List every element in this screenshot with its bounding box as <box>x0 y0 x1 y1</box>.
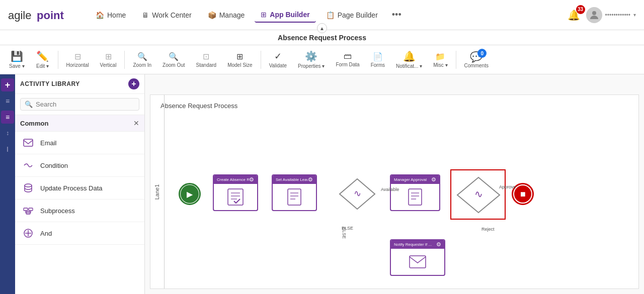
comments-badge: 0 <box>477 49 487 58</box>
activity-email[interactable]: Email <box>15 132 144 154</box>
activity-email-label: Email <box>40 139 57 147</box>
task-create-absence[interactable]: Create Absence Reque... ⚙ <box>213 174 258 211</box>
clipboard-icon: 📋 <box>326 11 335 19</box>
activity-condition-label: Condition <box>40 162 68 169</box>
vertical-button[interactable]: ⊞ Vertical <box>95 47 122 72</box>
notifications-button[interactable]: 🔔 Notificat... ▾ <box>391 47 427 72</box>
svg-rect-31 <box>409 189 422 205</box>
search-icon: 🔍 <box>25 101 33 108</box>
collapse-nav-button[interactable]: ▲ <box>317 23 327 33</box>
activity-condition[interactable]: Condition <box>15 154 144 177</box>
diagram-wrapper: Absence Request Process Lane1 <box>150 94 639 289</box>
sidebar: + ≡ ≡ ↕ I ACTIVITY LIBRARY + 🔍 Common ✕ <box>0 74 145 294</box>
lane-label: Lane1 <box>150 95 165 288</box>
properties-button[interactable]: ⚙️ Properties ▾ <box>293 47 330 72</box>
svg-point-4 <box>25 184 32 187</box>
forms-button[interactable]: 📄 Forms <box>366 47 390 72</box>
nav-app-builder[interactable]: ⊞ App Builder <box>255 8 315 23</box>
logo: agile point <box>8 6 73 24</box>
activity-subprocess[interactable]: Subprocess <box>15 200 144 222</box>
svg-text:point: point <box>37 9 64 22</box>
nav-work-center-label: Work Center <box>152 11 191 19</box>
form-data-icon: 🗃 <box>344 52 352 61</box>
nav-app-builder-label: App Builder <box>270 11 309 19</box>
arrow-label-approve: Approve <box>499 184 516 189</box>
sidebar-icon-add[interactable]: + <box>1 78 14 91</box>
condition-diamond-2-selection[interactable]: ∿ <box>450 169 506 220</box>
nav-more-icon[interactable]: ••• <box>388 8 406 22</box>
task-notify-requester[interactable]: Notify Requester If ... ⚙ <box>390 239 445 276</box>
nav-manage[interactable]: 📦 Manage <box>202 8 251 22</box>
nav-home-label: Home <box>107 11 126 19</box>
nav-work-center[interactable]: 🖥 Work Center <box>136 8 197 22</box>
edit-button[interactable]: ✏️ Edit ▾ <box>31 47 55 72</box>
user-name: •••••••••••• <box>605 12 630 19</box>
validate-button[interactable]: ✓ Validate <box>264 47 292 72</box>
save-icon: 💾 <box>11 50 23 62</box>
standard-button[interactable]: ⊡ Standard <box>191 47 222 72</box>
search-input[interactable] <box>36 101 135 108</box>
model-size-icon: ⊞ <box>236 52 243 61</box>
nav-page-builder-label: Page Builder <box>338 11 378 19</box>
sidebar-icon-bar: + ≡ ≡ ↕ I <box>0 74 15 294</box>
form-data-button[interactable]: 🗃 Form Data <box>331 47 364 72</box>
subprocess-icon <box>21 204 35 218</box>
horizontal-button[interactable]: ⊟ Horizontal <box>61 47 94 72</box>
svg-rect-5 <box>24 208 28 211</box>
misc-icon: 📁 <box>435 52 445 61</box>
notification-bell[interactable]: 🔔 33 <box>566 7 582 23</box>
canvas-area: Absence Request Process Lane1 <box>145 74 644 294</box>
svg-text:∿: ∿ <box>354 188 361 199</box>
sidebar-icon-var[interactable]: I <box>1 143 14 156</box>
nav-home[interactable]: 🏠 Home <box>90 8 132 22</box>
box-icon: 📦 <box>208 11 216 19</box>
lane-name: Lane1 <box>154 184 160 200</box>
svg-rect-3 <box>24 139 33 146</box>
task-set-available[interactable]: Set Available Leave ... ⚙ <box>272 174 317 211</box>
email-icon <box>21 136 35 150</box>
divider1 <box>58 51 58 69</box>
main-layout: + ≡ ≡ ↕ I ACTIVITY LIBRARY + 🔍 Common ✕ <box>0 74 644 294</box>
sidebar-icon-activity[interactable]: ≡ <box>1 111 14 124</box>
add-activity-button[interactable]: + <box>128 78 139 89</box>
activity-and[interactable]: And <box>15 222 144 245</box>
and-icon <box>21 226 35 240</box>
save-button[interactable]: 💾 Save ▾ <box>4 47 30 72</box>
forms-icon: 📄 <box>373 52 383 61</box>
zoom-in-button[interactable]: 🔍 Zoom In <box>128 47 156 72</box>
svg-rect-6 <box>29 208 33 211</box>
end-inner: ⏹ <box>514 185 531 203</box>
nav-page-builder[interactable]: 📋 Page Builder <box>320 8 384 22</box>
svg-text:agile: agile <box>8 9 31 22</box>
model-size-button[interactable]: ⊞ Model Size <box>222 47 257 72</box>
condition-icon <box>21 158 35 172</box>
edit-icon: ✏️ <box>36 50 49 62</box>
divider2 <box>124 51 125 69</box>
svg-text:∿: ∿ <box>474 188 483 200</box>
zoom-out-icon: 🔍 <box>169 52 179 61</box>
user-menu[interactable]: •••••••••••• ▾ <box>586 7 636 23</box>
user-avatar <box>586 7 602 23</box>
divider3 <box>261 51 261 69</box>
else-label-rotated: ELSE <box>342 227 347 239</box>
sidebar-icon-flow[interactable]: ↕ <box>1 127 14 140</box>
activity-update-process-data[interactable]: Update Process Data <box>15 177 144 200</box>
category-header: Common ✕ <box>15 115 144 132</box>
comments-button[interactable]: 💬 0 Comments <box>459 47 494 72</box>
activity-update-process-label: Update Process Data <box>40 184 103 192</box>
notification-badge: 33 <box>576 5 585 14</box>
activity-subprocess-label: Subprocess <box>40 207 75 215</box>
zoom-out-button[interactable]: 🔍 Zoom Out <box>157 47 190 72</box>
gear-icon: ⚙️ <box>305 50 317 62</box>
sidebar-icon-list[interactable]: ≡ <box>1 94 14 108</box>
arrow-label-reject: Reject <box>481 227 495 232</box>
task-manager-approval[interactable]: Manager Approval ⚙ <box>390 174 440 211</box>
category-title: Common <box>20 120 48 127</box>
category-close-button[interactable]: ✕ <box>133 119 139 127</box>
user-dropdown-icon: ▾ <box>633 12 636 18</box>
monitor-icon: 🖥 <box>142 11 149 19</box>
divider4 <box>456 51 456 69</box>
misc-button[interactable]: 📁 Misc ▾ <box>428 47 452 72</box>
database-icon <box>21 181 35 195</box>
standard-icon: ⊡ <box>203 52 209 61</box>
